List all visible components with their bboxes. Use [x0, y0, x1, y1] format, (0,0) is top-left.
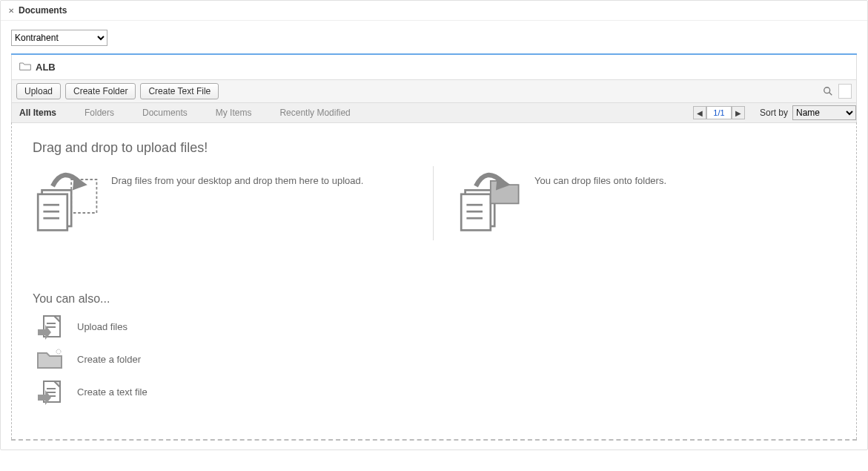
filter-tabs: All Items Folders Documents My Items Rec…	[11, 103, 857, 123]
create-folder-button[interactable]: Create Folder	[65, 83, 136, 99]
drop-area[interactable]: Drag and drop to upload files!	[11, 122, 857, 439]
also-block: You can also... Upload files	[33, 292, 835, 406]
sort-label: Sort by	[760, 108, 788, 118]
also-create-textfile[interactable]: Create a text file	[33, 377, 835, 406]
svg-point-20	[56, 349, 61, 354]
new-folder-icon	[33, 344, 67, 374]
tab-documents[interactable]: Documents	[135, 103, 208, 122]
folder-icon	[19, 61, 31, 73]
dropzone-heading: Drag and drop to upload files!	[33, 140, 835, 156]
collapse-icon[interactable]: ✕︎	[8, 7, 14, 15]
search-input[interactable]	[838, 84, 852, 99]
also-upload-files[interactable]: Upload files	[33, 312, 835, 341]
documents-panel: ✕︎ Documents Kontrahent ALB Upload Creat…	[0, 0, 868, 450]
panel-header: ✕︎ Documents	[1, 1, 867, 21]
sort-controls: Sort by Name	[760, 105, 856, 120]
upload-button[interactable]: Upload	[16, 83, 61, 99]
upload-file-icon	[33, 312, 67, 341]
tab-my-items[interactable]: My Items	[208, 103, 273, 122]
sort-select[interactable]: Name	[792, 105, 856, 120]
pager-info: 1/1	[706, 106, 732, 119]
tab-recently-modified[interactable]: Recently Modified	[272, 103, 371, 122]
drop-hint-2-text: You can drop files onto folders.	[534, 166, 666, 186]
also-upload-label: Upload files	[77, 321, 127, 332]
pager: ◀ 1/1 ▶	[693, 106, 745, 119]
also-heading: You can also...	[33, 292, 835, 306]
drop-hint-1-text: Drag files from your desktop and drop th…	[111, 166, 363, 186]
drop-hint-1: Drag files from your desktop and drop th…	[33, 162, 411, 233]
content-frame: ALB Upload Create Folder Create Text Fil…	[11, 53, 857, 441]
svg-marker-8	[73, 176, 87, 191]
svg-line-1	[829, 93, 832, 96]
breadcrumb-folder[interactable]: ALB	[36, 62, 56, 73]
new-textfile-icon	[33, 377, 67, 406]
panel-title: Documents	[19, 5, 67, 16]
selector-row: Kontrahent	[11, 30, 857, 46]
divider	[433, 166, 434, 240]
pager-prev-button[interactable]: ◀	[693, 106, 706, 119]
svg-point-0	[824, 88, 830, 93]
also-folder-label: Create a folder	[77, 354, 141, 365]
type-select[interactable]: Kontrahent	[11, 30, 107, 46]
toolbar: Upload Create Folder Create Text File	[11, 80, 857, 103]
search-icon[interactable]	[822, 85, 834, 97]
drop-file-icon	[33, 166, 99, 233]
tab-all-items[interactable]: All Items	[12, 103, 77, 122]
breadcrumb: ALB	[11, 55, 857, 80]
drop-folder-icon	[456, 166, 523, 233]
create-textfile-button[interactable]: Create Text File	[140, 83, 219, 99]
also-create-folder[interactable]: Create a folder	[33, 344, 835, 374]
also-textfile-label: Create a text file	[77, 386, 148, 398]
tab-folders[interactable]: Folders	[77, 103, 135, 122]
drop-hint-2: You can drop files onto folders.	[456, 162, 666, 233]
pager-next-button[interactable]: ▶	[732, 106, 745, 119]
